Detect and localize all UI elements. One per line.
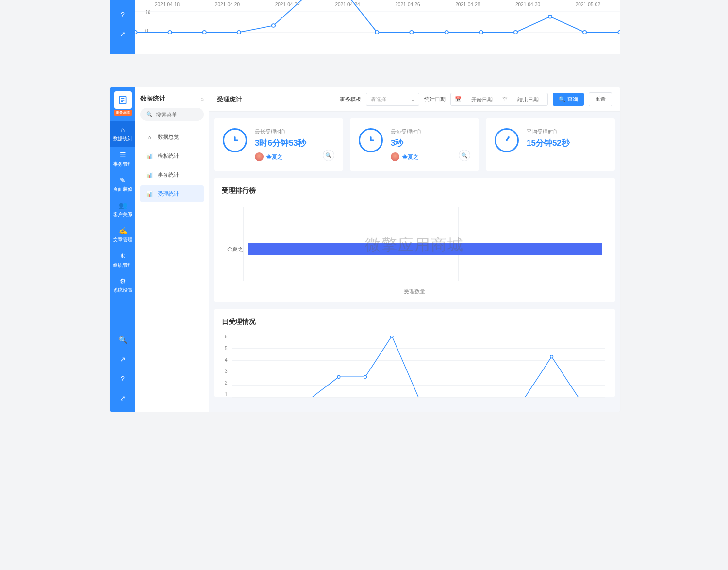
breadcrumb-home-icon[interactable]: ⌂: [200, 96, 204, 101]
daily-line-svg: [232, 336, 605, 397]
clock-icon: [223, 128, 247, 152]
y-tick: 5: [225, 346, 228, 351]
svg-point-2: [135, 31, 137, 34]
expand-icon[interactable]: ⤢: [120, 394, 126, 402]
home-icon: ⌂: [146, 134, 153, 140]
end-date-input[interactable]: [513, 97, 544, 102]
y-tick: 2: [225, 380, 228, 386]
help-icon[interactable]: ?: [121, 11, 125, 18]
nav-article[interactable]: ✍ 文章管理: [110, 222, 135, 248]
svg-point-12: [548, 15, 552, 18]
sitemap-icon: ⛯: [119, 252, 126, 260]
ranking-xlabel: 受理数量: [219, 282, 610, 295]
svg-point-24: [337, 375, 340, 378]
nav-crm[interactable]: 👥 客户关系: [110, 197, 135, 222]
reset-button[interactable]: 重置: [589, 92, 612, 106]
sub-item-label: 数据总览: [158, 134, 179, 141]
button-label: 查询: [567, 96, 578, 103]
stat-label: 最长受理时间: [255, 128, 306, 135]
clock-icon: [359, 128, 383, 152]
cog-icon: ⚙: [120, 277, 126, 285]
external-link-icon[interactable]: ↗: [120, 355, 126, 363]
nav-task-mgmt[interactable]: ☰ 事务管理: [110, 147, 135, 172]
svg-point-3: [168, 31, 171, 34]
daily-chart: 6 5 4 3 2 1: [219, 334, 610, 397]
expand-icon[interactable]: ⤢: [120, 30, 126, 38]
svg-point-10: [480, 31, 483, 34]
stat-search-button[interactable]: 🔍: [459, 150, 470, 161]
stat-user-name: 金夏之: [402, 153, 418, 161]
gauge-icon: [495, 128, 519, 152]
main-panel: 事务系统 ⌂ 数据统计 ☰ 事务管理 ✎ 页面装修 👥 客户关系 ✍ 文章管理: [110, 87, 620, 412]
users-icon: 👥: [119, 201, 127, 209]
stat-card-longest: 最长受理时间 3时6分钟53秒 金夏之 🔍: [214, 118, 343, 171]
top-chart-fragment: ? ⤢ 10 0 2021-04-18 2021-04-20 2021-04-2…: [110, 0, 620, 54]
y-tick: 1: [225, 392, 228, 397]
query-button[interactable]: 🔍 查询: [553, 93, 584, 106]
stat-search-button[interactable]: 🔍: [323, 150, 334, 161]
nav-page-deco[interactable]: ✎ 页面装修: [110, 172, 135, 197]
sub-item-accept-stats[interactable]: 📊 受理统计: [140, 185, 204, 202]
stats-row: 最长受理时间 3时6分钟53秒 金夏之 🔍: [214, 118, 615, 171]
button-label: 重置: [595, 96, 606, 103]
svg-point-6: [272, 24, 275, 27]
list-icon: ☰: [120, 151, 126, 159]
avatar: [391, 152, 399, 161]
primary-sidebar: 事务系统 ⌂ 数据统计 ☰ 事务管理 ✎ 页面装修 👥 客户关系 ✍ 文章管理: [110, 87, 135, 412]
sub-item-overview[interactable]: ⌂ 数据总览: [140, 129, 204, 146]
nav-label: 客户关系: [113, 211, 132, 218]
sub-item-task-stats[interactable]: 📊 事务统计: [140, 167, 204, 184]
app-logo-icon[interactable]: [114, 91, 132, 109]
stat-value: 3秒: [391, 137, 423, 149]
nav-label: 事务管理: [113, 161, 132, 168]
date-sep: 至: [502, 96, 508, 103]
help-icon[interactable]: ?: [121, 375, 125, 383]
daily-panel: 日受理情况 6 5 4 3 2 1: [214, 309, 615, 397]
svg-point-9: [445, 31, 448, 34]
date-range-picker[interactable]: 📅 至: [450, 93, 548, 106]
content-header: 受理统计 事务模板 请选择 ⌄ 统计日期 📅 至 🔍: [209, 87, 620, 112]
sub-item-template-stats[interactable]: 📊 模板统计: [140, 148, 204, 165]
avatar: [255, 152, 264, 161]
stat-label: 平均受理时间: [527, 128, 570, 135]
svg-point-14: [618, 31, 620, 34]
chevron-down-icon: ⌄: [411, 96, 415, 102]
y-tick: 3: [225, 369, 228, 374]
content-area: 受理统计 事务模板 请选择 ⌄ 统计日期 📅 至 🔍: [209, 87, 620, 412]
svg-line-23: [507, 137, 509, 141]
nav-settings[interactable]: ⚙ 系统设置: [110, 273, 135, 298]
svg-point-8: [410, 31, 413, 34]
menu-search-input[interactable]: [156, 112, 198, 117]
search-icon: 🔍: [146, 111, 153, 117]
svg-point-7: [375, 31, 379, 34]
svg-point-5: [237, 31, 241, 34]
chart-icon: 📊: [146, 191, 153, 197]
filter-template-label: 事务模板: [340, 96, 361, 103]
nav-data-stats[interactable]: ⌂ 数据统计: [110, 121, 135, 147]
ranking-bar: [248, 243, 602, 255]
nav-org[interactable]: ⛯ 组织管理: [110, 248, 135, 273]
start-date-input[interactable]: [466, 97, 497, 102]
calendar-icon: 📅: [455, 96, 462, 102]
menu-search[interactable]: 🔍: [140, 108, 204, 121]
sub-item-label: 受理统计: [158, 190, 179, 198]
stat-user-name: 金夏之: [266, 153, 282, 161]
stat-card-shortest: 最短受理时间 3秒 金夏之 🔍: [350, 118, 479, 171]
search-icon[interactable]: 🔍: [119, 336, 127, 344]
ranking-panel: 受理排行榜 金夏之 微擎应用商城 受理数量: [214, 178, 615, 302]
line-chart-svg: [135, 0, 620, 39]
home-icon: ⌂: [121, 126, 125, 134]
chart-icon: 📊: [146, 153, 153, 159]
filter-date-label: 统计日期: [424, 96, 446, 103]
app-badge: 事务系统: [114, 110, 132, 116]
page-title: 受理统计: [217, 95, 242, 104]
template-select[interactable]: 请选择 ⌄: [366, 93, 419, 106]
edit-icon: ✍: [119, 227, 127, 235]
search-icon: 🔍: [559, 96, 565, 102]
select-placeholder: 请选择: [370, 96, 386, 103]
sub-item-label: 事务统计: [158, 171, 179, 179]
ranking-chart: 金夏之 微擎应用商城 受理数量: [219, 203, 610, 295]
top-fragment-chart: 10 0 2021-04-18 2021-04-20 2021-04-22 20…: [135, 0, 620, 54]
stat-value: 3时6分钟53秒: [255, 137, 306, 149]
sub-item-label: 模板统计: [158, 152, 179, 160]
